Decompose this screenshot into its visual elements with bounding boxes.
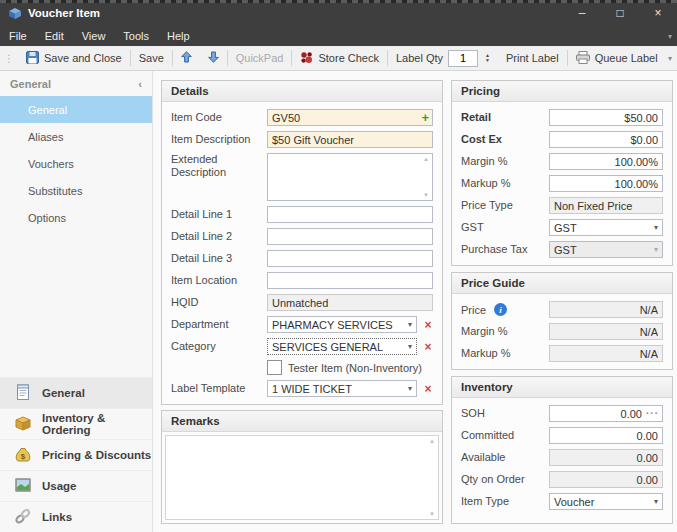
menu-file[interactable]: File [0,26,36,46]
remarks-textarea[interactable]: ▲ ▼ [165,435,439,520]
item-description-label: Item Description [171,133,267,146]
sidebar-item-options[interactable]: Options [0,204,152,231]
section-pricing-discounts[interactable]: $ Pricing & Discounts [0,439,152,470]
item-code-input[interactable] [267,109,433,126]
clear-department-icon[interactable]: × [423,319,433,331]
detail-line-2-input[interactable] [267,228,433,245]
chevron-down-icon[interactable]: ▾ [408,342,412,351]
detail-line-3-label: Detail Line 3 [171,252,267,265]
markup-label: Markup % [461,177,549,190]
toolbar-grip-handle[interactable]: ⋮ [0,53,18,64]
menu-edit[interactable]: Edit [36,26,73,46]
label-template-label: Label Template [171,382,267,395]
qty-on-order-label: Qty on Order [461,473,549,486]
sidebar-sections: General Inventory & Ordering $ Pricing &… [0,377,152,532]
collapse-sidebar-icon[interactable]: ‹ [138,78,142,90]
chevron-down-icon[interactable]: ▾ [654,223,658,232]
toolbar-overflow-icon[interactable]: ▾ [668,54,672,63]
cost-ex-input[interactable] [549,131,663,148]
purchase-tax-select: GST ▾ [549,241,663,258]
save-and-close-button[interactable]: Save and Close [18,49,130,68]
markup-input[interactable] [549,175,663,192]
menu-view[interactable]: View [73,26,115,46]
move-down-button[interactable] [200,49,227,67]
app-icon [8,7,22,20]
menu-tools[interactable]: Tools [114,26,158,46]
category-select[interactable]: SERVICES GENERAL ▾ [267,338,417,355]
price-type-label: Price Type [461,199,549,212]
minimize-button[interactable]: – [563,0,601,26]
sidebar-item-general[interactable]: General [0,96,152,123]
item-type-select[interactable]: Voucher ▾ [549,493,663,510]
margin-input[interactable] [549,153,663,170]
retail-label: Retail [461,111,549,124]
section-inventory-ordering[interactable]: Inventory & Ordering [0,408,152,439]
committed-input[interactable] [549,427,663,444]
close-button[interactable]: × [639,0,677,26]
add-item-icon[interactable]: + [421,111,429,124]
background-window-sliver [0,0,677,3]
remarks-panel: Remarks ▲ ▼ [161,410,443,524]
menu-bar: File Edit View Tools Help ▾ [0,26,677,46]
clear-label-template-icon[interactable]: × [423,383,433,395]
item-location-input[interactable] [267,272,433,289]
save-button[interactable]: Save [131,50,172,66]
scroll-down-icon[interactable]: ▼ [429,511,435,517]
print-label-button[interactable]: Print Label [498,50,567,66]
section-usage[interactable]: Usage [0,470,152,501]
menu-overflow-icon[interactable]: ▾ [668,32,672,41]
price-type-field [549,197,663,214]
label-qty-input[interactable] [448,50,478,67]
retail-input[interactable] [549,109,663,126]
ellipsis-icon[interactable]: ··· [646,408,659,419]
svg-text:$: $ [21,452,26,461]
hqid-label: HQID [171,296,267,309]
category-label: Category [171,340,267,353]
scroll-up-icon[interactable]: ▲ [429,438,435,444]
details-panel: Details Item Code + Item Description [161,80,443,405]
sidebar-item-aliases[interactable]: Aliases [0,123,152,150]
section-general[interactable]: General [0,377,152,408]
detail-line-3-input[interactable] [267,250,433,267]
store-check-button[interactable]: Store Check [292,49,387,68]
label-template-select[interactable]: 1 WIDE TICKET ▾ [267,380,417,397]
extended-description-label: Extended Description [171,153,267,179]
price-guide-price-label: Price [461,304,486,316]
info-icon[interactable]: i [494,303,507,316]
queue-label-button[interactable]: Queue Label [568,49,666,68]
maximize-button[interactable]: □ [601,0,639,26]
available-field [549,449,663,466]
label-qty-group: Label Qty ▲ ▼ [388,48,498,69]
margin-label: Margin % [461,155,549,168]
inventory-panel-title: Inventory [452,377,672,398]
hqid-field [267,294,433,311]
scroll-up-icon[interactable]: ▲ [423,156,429,162]
spinner-down-icon[interactable]: ▼ [485,58,490,63]
extended-description-textarea[interactable]: ▲ ▼ [267,153,433,201]
chevron-down-icon[interactable]: ▾ [408,384,412,393]
printer-icon [576,51,590,66]
sidebar-item-substitutes[interactable]: Substitutes [0,177,152,204]
clear-category-icon[interactable]: × [423,341,433,353]
tester-item-checkbox[interactable] [267,360,282,375]
inventory-panel: Inventory SOH ··· Committed Avai [451,376,673,524]
sidebar-item-vouchers[interactable]: Vouchers [0,150,152,177]
gst-select[interactable]: GST ▾ [549,219,663,236]
menu-help[interactable]: Help [158,26,199,46]
item-description-input[interactable] [267,131,433,148]
pricing-panel-title: Pricing [452,81,672,102]
move-up-button[interactable] [173,49,200,67]
committed-label: Committed [461,429,549,442]
quickpad-button[interactable]: QuickPad [228,50,292,66]
scroll-down-icon[interactable]: ▼ [423,192,429,198]
details-panel-title: Details [162,81,442,102]
chevron-down-icon[interactable]: ▾ [408,320,412,329]
chevron-down-icon[interactable]: ▾ [654,497,658,506]
item-type-label: Item Type [461,495,549,508]
detail-line-1-input[interactable] [267,206,433,223]
section-links[interactable]: Links [0,501,152,532]
price-guide-markup-label: Markup % [461,347,549,360]
purchase-tax-label: Purchase Tax [461,243,549,256]
pricing-panel: Pricing Retail Cost Ex Margin % [451,80,673,266]
department-select[interactable]: PHARMACY SERVICES ▾ [267,316,417,333]
